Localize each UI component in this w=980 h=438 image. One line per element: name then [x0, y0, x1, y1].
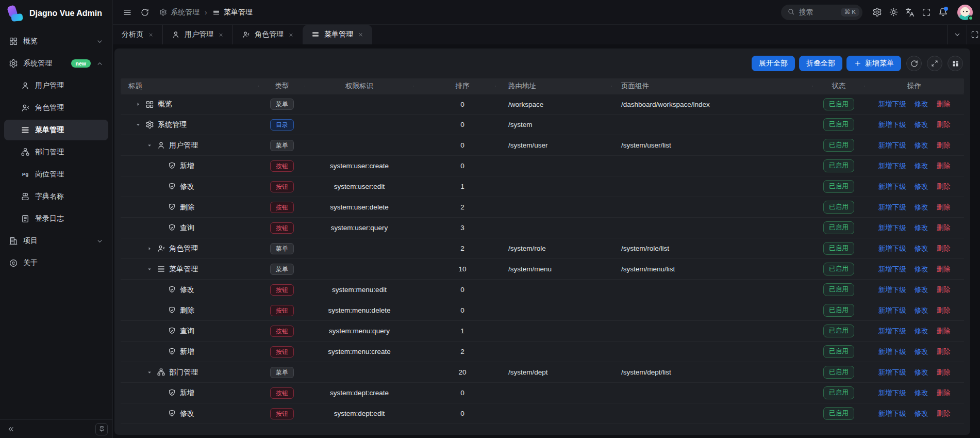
op-add-child-link[interactable]: 新增下级	[878, 120, 906, 129]
breadcrumb-item[interactable]: 菜单管理	[212, 8, 253, 17]
op-delete-link[interactable]: 删除	[937, 182, 951, 191]
op-add-child-link[interactable]: 新增下级	[878, 368, 906, 377]
op-delete-link[interactable]: 删除	[937, 409, 951, 418]
op-add-child-link[interactable]: 新增下级	[878, 388, 906, 398]
sidebar-item-post[interactable]: Pg 岗位管理	[4, 164, 108, 185]
op-delete-link[interactable]: 删除	[937, 327, 951, 336]
tab-maximize-button[interactable]	[967, 25, 980, 44]
op-edit-link[interactable]: 修改	[915, 203, 928, 212]
sidebar-item-about[interactable]: 关于	[4, 253, 108, 273]
op-edit-link[interactable]: 修改	[915, 409, 928, 418]
op-add-child-link[interactable]: 新增下级	[878, 306, 906, 315]
op-edit-link[interactable]: 修改	[915, 306, 928, 315]
collapse-all-label: 折叠全部	[806, 59, 835, 68]
op-delete-link[interactable]: 删除	[937, 306, 951, 315]
op-edit-link[interactable]: 修改	[915, 244, 928, 253]
op-delete-link[interactable]: 删除	[937, 368, 951, 377]
op-delete-link[interactable]: 删除	[937, 388, 951, 398]
op-add-child-link[interactable]: 新增下级	[878, 203, 906, 212]
tab-analytics[interactable]: 分析页	[113, 25, 162, 44]
op-add-child-link[interactable]: 新增下级	[878, 161, 906, 171]
op-add-child-link[interactable]: 新增下级	[878, 223, 906, 233]
row-actions: 新增下级修改删除	[865, 182, 964, 191]
tab-role[interactable]: 角色管理	[232, 25, 303, 44]
tab-menu[interactable]: 菜单管理	[303, 25, 372, 44]
op-delete-link[interactable]: 删除	[937, 347, 951, 356]
tab-close-icon[interactable]	[218, 32, 224, 38]
collapse-all-button[interactable]: 折叠全部	[799, 56, 842, 71]
pg-icon: Pg	[21, 170, 30, 179]
logo[interactable]: Djagno Vue Admin	[0, 0, 112, 27]
op-add-child-link[interactable]: 新增下级	[878, 409, 906, 418]
search-input[interactable]: 搜索 ⌘ K	[781, 5, 862, 20]
op-edit-link[interactable]: 修改	[915, 388, 928, 398]
pin-sidebar-button[interactable]	[95, 423, 108, 435]
op-delete-link[interactable]: 删除	[937, 120, 951, 129]
dept-icon	[21, 148, 30, 157]
tab-user[interactable]: 用户管理	[162, 25, 232, 44]
sidebar-item-project[interactable]: 项目	[4, 231, 108, 251]
op-add-child-link[interactable]: 新增下级	[878, 265, 906, 274]
op-delete-link[interactable]: 删除	[937, 265, 951, 274]
sidebar-item-menu[interactable]: 菜单管理	[4, 120, 108, 140]
op-add-child-link[interactable]: 新增下级	[878, 100, 906, 109]
op-edit-link[interactable]: 修改	[915, 120, 928, 129]
refresh-page-button[interactable]	[138, 5, 152, 20]
table-columns-button[interactable]	[948, 56, 963, 71]
sidebar-item-log[interactable]: 登录日志	[4, 208, 108, 229]
add-menu-button[interactable]: 新增菜单	[846, 56, 901, 71]
theme-toggle-button[interactable]	[886, 5, 901, 20]
op-add-child-link[interactable]: 新增下级	[878, 244, 906, 253]
op-add-child-link[interactable]: 新增下级	[878, 141, 906, 150]
row-actions: 新增下级修改删除	[865, 100, 964, 109]
breadcrumb-item[interactable]: 系统管理	[159, 8, 200, 17]
op-add-child-link[interactable]: 新增下级	[878, 285, 906, 295]
op-edit-link[interactable]: 修改	[915, 285, 928, 295]
op-edit-link[interactable]: 修改	[915, 265, 928, 274]
tab-options-button[interactable]	[947, 25, 967, 44]
op-delete-link[interactable]: 删除	[937, 244, 951, 253]
op-edit-link[interactable]: 修改	[915, 100, 928, 109]
tab-close-icon[interactable]	[148, 32, 154, 38]
op-delete-link[interactable]: 删除	[937, 141, 951, 150]
op-add-child-link[interactable]: 新增下级	[878, 347, 906, 356]
op-delete-link[interactable]: 删除	[937, 161, 951, 171]
op-delete-link[interactable]: 删除	[937, 100, 951, 109]
op-edit-link[interactable]: 修改	[915, 368, 928, 377]
op-edit-link[interactable]: 修改	[915, 223, 928, 233]
op-edit-link[interactable]: 修改	[915, 161, 928, 171]
op-edit-link[interactable]: 修改	[915, 182, 928, 191]
sidebar-item-overview[interactable]: 概览	[4, 31, 108, 52]
tab-close-icon[interactable]	[288, 32, 294, 38]
sidebar-toggle-button[interactable]	[120, 5, 135, 20]
tab-close-icon[interactable]	[358, 32, 363, 38]
sidebar-item-dict[interactable]: 字典名称	[4, 186, 108, 207]
avatar[interactable]	[957, 5, 973, 20]
op-edit-link[interactable]: 修改	[915, 327, 928, 336]
sidebar-item-dept[interactable]: 部门管理	[4, 142, 108, 163]
sidebar-item-user[interactable]: 用户管理	[4, 75, 108, 96]
table-fullscreen-button[interactable]	[927, 56, 942, 71]
notifications-button[interactable]	[936, 5, 950, 20]
op-delete-link[interactable]: 删除	[937, 203, 951, 212]
row-order: 0	[413, 306, 496, 314]
op-delete-link[interactable]: 删除	[937, 223, 951, 233]
op-add-child-link[interactable]: 新增下级	[878, 182, 906, 191]
expand-all-button[interactable]: 展开全部	[752, 56, 795, 71]
row-actions: 新增下级修改删除	[865, 285, 964, 295]
fullscreen-button[interactable]	[919, 5, 934, 20]
table-row: 删除 按钮 system:menu:delete 0 已启用 新增下级修改删除	[121, 300, 964, 321]
gear-icon	[159, 8, 167, 16]
op-delete-link[interactable]: 删除	[937, 285, 951, 295]
op-edit-link[interactable]: 修改	[915, 141, 928, 150]
op-edit-link[interactable]: 修改	[915, 347, 928, 356]
collapse-sidebar-button[interactable]	[5, 423, 17, 435]
table-row: 系统管理 目录 0 /system 已启用 新增下级修改删除	[121, 115, 964, 135]
language-button[interactable]	[903, 5, 917, 20]
settings-button[interactable]	[870, 5, 884, 20]
sidebar-item-role[interactable]: 角色管理	[4, 98, 108, 118]
table-refresh-button[interactable]	[906, 56, 922, 71]
sidebar-item-system[interactable]: 系统管理 new	[4, 53, 108, 74]
op-add-child-link[interactable]: 新增下级	[878, 327, 906, 336]
row-type-badge: 按钮	[270, 408, 294, 419]
